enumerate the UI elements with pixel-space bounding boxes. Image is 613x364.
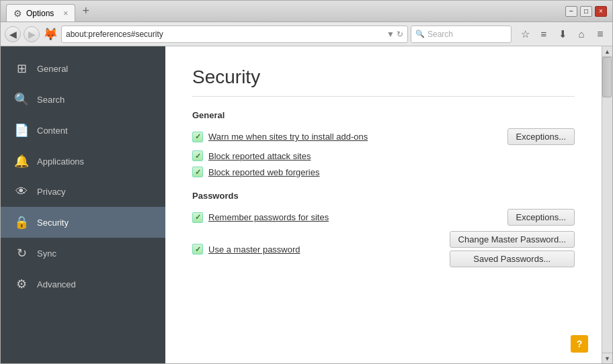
firefox-logo: 🦊: [42, 26, 58, 42]
dropdown-icon[interactable]: ▼: [386, 30, 395, 39]
sidebar-label-general: General: [37, 64, 68, 74]
main-area: ⊞ General 🔍 Search 📄 Content 🔔 Applicati…: [1, 46, 612, 363]
sidebar-label-sync: Sync: [37, 248, 56, 259]
remember-passwords-checkbox[interactable]: ✓: [192, 212, 203, 223]
menu-icon[interactable]: ≡: [592, 26, 608, 42]
master-password-checkbox[interactable]: ✓: [192, 244, 203, 255]
block-attack-row: ✓ Block reported attack sites: [192, 150, 575, 161]
change-master-password-button[interactable]: Change Master Password...: [450, 231, 575, 248]
refresh-icon[interactable]: ↻: [397, 30, 403, 39]
search-placeholder: Search: [427, 30, 453, 39]
sidebar: ⊞ General 🔍 Search 📄 Content 🔔 Applicati…: [1, 46, 165, 363]
tab-strip: ⚙ Options × +: [6, 1, 565, 21]
passwords-section-title: Passwords: [192, 191, 575, 201]
master-password-row: ✓ Use a master password Change Master Pa…: [192, 231, 575, 267]
general-section: General ✓ Warn me when sites try to inst…: [192, 110, 575, 177]
forward-button[interactable]: ▶: [24, 26, 40, 42]
search-bar[interactable]: 🔍 Search: [411, 26, 512, 43]
sidebar-item-advanced[interactable]: ⚙ Advanced: [1, 269, 165, 300]
nav-bar: ◀ ▶ 🦊 about:preferences#security ▼ ↻ 🔍 S…: [1, 22, 612, 46]
browser-window: ⚙ Options × + − □ × ◀ ▶ 🦊 about:preferen…: [0, 0, 613, 364]
section-divider: [192, 96, 575, 97]
advanced-icon: ⚙: [14, 277, 29, 291]
block-forgeries-row: ✓ Block reported web forgeries: [192, 167, 575, 177]
download-icon[interactable]: ⬇: [555, 26, 571, 42]
privacy-icon: 👁: [14, 185, 29, 199]
sidebar-label-content: Content: [37, 126, 68, 136]
new-tab-button[interactable]: +: [78, 4, 93, 18]
content-area: Security General ✓ Warn me when sites tr…: [165, 46, 602, 363]
sidebar-item-content[interactable]: 📄 Content: [1, 115, 165, 146]
general-icon: ⊞: [14, 61, 29, 76]
address-text: about:preferences#security: [66, 30, 384, 39]
scrollbar-up-arrow[interactable]: ▲: [602, 46, 612, 57]
general-section-title: General: [192, 110, 575, 120]
toolbar-icons: ☆ ≡ ⬇ ⌂ ≡: [517, 26, 608, 42]
sidebar-item-privacy[interactable]: 👁 Privacy: [1, 177, 165, 207]
warn-addons-exceptions-button[interactable]: Exceptions...: [507, 128, 575, 145]
sidebar-label-search: Search: [37, 95, 65, 105]
block-forgeries-label[interactable]: Block reported web forgeries: [208, 167, 319, 177]
saved-passwords-button[interactable]: Saved Passwords...: [450, 251, 575, 267]
block-attack-label[interactable]: Block reported attack sites: [208, 151, 311, 161]
remember-passwords-label[interactable]: Remember passwords for sites: [208, 212, 329, 222]
maximize-button[interactable]: □: [580, 6, 592, 17]
scrollbar-track[interactable]: [602, 57, 612, 353]
applications-icon: 🔔: [14, 154, 29, 169]
checkmark-icon: ✓: [195, 245, 201, 254]
star-icon[interactable]: ☆: [517, 26, 533, 42]
back-button[interactable]: ◀: [5, 26, 21, 42]
search-icon: 🔍: [415, 30, 425, 38]
close-button[interactable]: ×: [595, 6, 607, 17]
sync-icon: ↻: [14, 246, 29, 261]
sidebar-label-advanced: Advanced: [37, 279, 76, 289]
sidebar-item-sync[interactable]: ↻ Sync: [1, 238, 165, 269]
address-icons: ▼ ↻: [386, 30, 403, 39]
scrollbar-thumb[interactable]: [602, 57, 612, 97]
warn-addons-label[interactable]: Warn me when sites try to install add-on…: [208, 132, 368, 142]
sidebar-label-privacy: Privacy: [37, 187, 66, 197]
sidebar-item-security[interactable]: 🔒 Security: [1, 207, 165, 238]
sidebar-label-applications: Applications: [37, 156, 84, 167]
block-attack-checkbox[interactable]: ✓: [192, 150, 203, 161]
bookmark-icon[interactable]: ≡: [536, 26, 552, 42]
warn-addons-checkbox[interactable]: ✓: [192, 132, 203, 142]
home-icon[interactable]: ⌂: [573, 26, 589, 42]
checkmark-icon: ✓: [195, 168, 201, 177]
scrollbar-down-arrow[interactable]: ▼: [602, 353, 612, 363]
sidebar-item-general[interactable]: ⊞ General: [1, 53, 165, 84]
scrollbar: ▲ ▼: [602, 46, 612, 363]
minimize-button[interactable]: −: [565, 6, 577, 17]
sidebar-item-applications[interactable]: 🔔 Applications: [1, 146, 165, 177]
warn-addons-row: ✓ Warn me when sites try to install add-…: [192, 128, 575, 145]
help-button[interactable]: ?: [571, 335, 588, 353]
address-bar[interactable]: about:preferences#security ▼ ↻: [61, 26, 408, 43]
passwords-exceptions-button[interactable]: Exceptions...: [507, 209, 575, 226]
sidebar-label-security: Security: [37, 218, 69, 228]
content-inner: Security General ✓ Warn me when sites tr…: [165, 46, 602, 293]
search-nav-icon: 🔍: [14, 92, 29, 107]
sidebar-item-search[interactable]: 🔍 Search: [1, 84, 165, 115]
security-icon: 🔒: [14, 215, 29, 230]
gear-icon: ⚙: [13, 8, 22, 19]
window-controls: − □ ×: [565, 6, 607, 17]
tab-close-icon[interactable]: ×: [63, 9, 68, 18]
passwords-section: Passwords ✓ Remember passwords for sites…: [192, 191, 575, 267]
content-icon: 📄: [14, 123, 29, 138]
tab-label: Options: [26, 9, 54, 18]
remember-passwords-row: ✓ Remember passwords for sites Exception…: [192, 209, 575, 226]
master-password-label[interactable]: Use a master password: [208, 244, 300, 255]
checkmark-icon: ✓: [195, 132, 201, 141]
block-forgeries-checkbox[interactable]: ✓: [192, 167, 203, 177]
title-bar: ⚙ Options × + − □ ×: [1, 1, 612, 22]
checkmark-icon: ✓: [195, 213, 201, 222]
options-tab[interactable]: ⚙ Options ×: [6, 4, 75, 21]
checkmark-icon: ✓: [195, 152, 201, 161]
page-title: Security: [192, 66, 575, 88]
